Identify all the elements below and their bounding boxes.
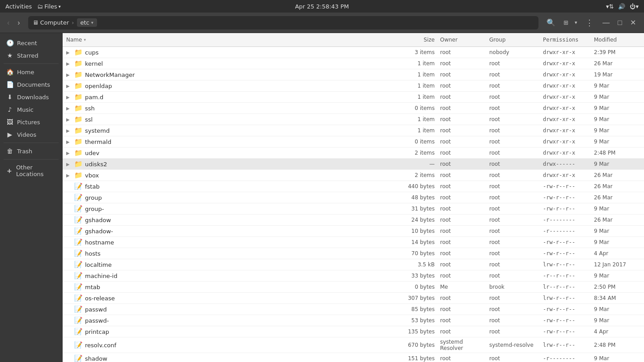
sidebar-separator-1 [4, 63, 59, 64]
file-row[interactable]: ▶ 📝 localtime 3.5 kB root root lrw-r--r-… [63, 259, 644, 270]
sidebar-item-trash[interactable]: 🗑 Trash [0, 145, 62, 157]
file-name: os-release [85, 295, 115, 302]
recent-icon: 🕐 [6, 39, 13, 46]
location-crumb-etc[interactable]: etc ▾ [77, 18, 97, 27]
volume-icon[interactable]: 🔊 [618, 3, 625, 10]
folder-row[interactable]: ▶ 📁 openldap 1 item root root drwxr-xr-x… [63, 80, 644, 92]
sidebar: 🕐 Recent ★ Starred 🏠 Home 📄 Documents ⬇ … [0, 33, 63, 362]
system-tray: ▾⇅ 🔊 ⏻▾ [606, 3, 639, 10]
file-perms: -r-------- [541, 215, 590, 224]
sidebar-item-starred[interactable]: ★ Starred [0, 49, 62, 62]
file-size: 48 bytes [398, 193, 438, 202]
activities-label[interactable]: Activities [5, 3, 32, 10]
folder-row[interactable]: ▶ 📁 thermald 0 items root root drwxr-xr-… [63, 136, 644, 147]
file-row[interactable]: ▶ 📝 gshadow 24 bytes root root -r-------… [63, 215, 644, 226]
folder-owner: root [438, 81, 487, 90]
folder-row[interactable]: ▶ 📁 systemd 1 item root root drwxr-xr-x … [63, 125, 644, 136]
folder-size: 2 items [398, 171, 438, 180]
header-size[interactable]: Size [398, 35, 438, 45]
close-button[interactable]: ✕ [627, 17, 640, 29]
file-size: 14 bytes [398, 238, 438, 247]
expand-arrow: ▶ [66, 95, 72, 100]
file-row[interactable]: ▶ 📝 shadow 151 bytes root root -r-------… [63, 353, 644, 362]
folder-icon: 📁 [74, 59, 82, 67]
forward-button[interactable]: › [15, 17, 22, 28]
header-owner[interactable]: Owner [438, 35, 487, 45]
file-doc-icon: 📝 [74, 341, 82, 349]
folder-name: udisks2 [85, 161, 107, 168]
folder-row[interactable]: ▶ 📁 cups 3 items root nobody drwxr-xr-x … [63, 47, 644, 58]
folder-owner: root [438, 148, 487, 157]
file-row[interactable]: ▶ 📝 fstab 440 bytes root root -rw-r--r--… [63, 181, 644, 192]
file-group: root [487, 215, 541, 224]
back-button[interactable]: ‹ [4, 17, 12, 28]
folder-row[interactable]: ▶ 📁 NetworkManager 1 item root root drwx… [63, 69, 644, 80]
file-row[interactable]: ▶ 📝 passwd 85 bytes root root -rw-r--r--… [63, 304, 644, 315]
file-row[interactable]: ▶ 📝 os-release 307 bytes root root lrw-r… [63, 293, 644, 304]
file-size: 0 bytes [398, 282, 438, 291]
folder-size: 1 item [398, 126, 438, 135]
file-name: hostname [85, 239, 114, 246]
folder-modified: 26 Mar [590, 59, 644, 68]
file-owner: root [438, 227, 487, 236]
location-crumb-computer[interactable]: 🖥 Computer [33, 19, 69, 26]
file-row[interactable]: ▶ 📝 machine-id 33 bytes root root -r--r-… [63, 270, 644, 282]
wifi-icon[interactable]: ▾⇅ [606, 3, 614, 10]
file-row[interactable]: ▶ 📝 hostname 14 bytes root root -rw-r--r… [63, 237, 644, 248]
sidebar-item-home[interactable]: 🏠 Home [0, 66, 62, 78]
file-perms: -r-------- [541, 354, 590, 362]
kebab-menu-button[interactable]: ⋮ [583, 16, 596, 29]
file-row[interactable]: ▶ 📝 resolv.conf 670 bytes systemd Resolv… [63, 337, 644, 353]
minimize-button[interactable]: — [599, 17, 613, 29]
folder-row[interactable]: ▶ 📁 vbox 2 items root root drwxr-xr-x 26… [63, 170, 644, 181]
sidebar-item-music[interactable]: ♪ Music [0, 103, 62, 116]
file-row[interactable]: ▶ 📝 group- 31 bytes root root -rw-r--r--… [63, 203, 644, 215]
folder-rows: ▶ 📁 cups 3 items root nobody drwxr-xr-x … [63, 47, 644, 181]
file-row[interactable]: ▶ 📝 group 48 bytes root root -rw-r--r-- … [63, 192, 644, 203]
maximize-button[interactable]: □ [614, 17, 626, 29]
view-dropdown-button[interactable]: ▾ [572, 18, 580, 27]
file-row[interactable]: ▶ 📝 printcap 135 bytes root root -rw-r--… [63, 326, 644, 337]
header-group[interactable]: Group [487, 35, 541, 45]
folder-owner: root [438, 70, 487, 79]
header-name[interactable]: Name ▾ [63, 35, 398, 45]
file-owner: root [438, 316, 487, 325]
file-row[interactable]: ▶ 📝 hosts 70 bytes root root -rw-r--r-- … [63, 248, 644, 259]
folder-perms: drwxr-xr-x [541, 59, 590, 68]
power-icon[interactable]: ⏻▾ [630, 3, 639, 10]
header-modified[interactable]: Modified [590, 35, 644, 45]
file-row[interactable]: ▶ 📝 gshadow- 10 bytes root root -r------… [63, 226, 644, 237]
folder-row[interactable]: ▶ 📁 pam.d 1 item root root drwxr-xr-x 9 … [63, 92, 644, 103]
path-dropdown-arrow: ▾ [91, 20, 93, 25]
file-doc-icon: 📝 [74, 249, 82, 257]
expand-arrow: ▶ [66, 151, 72, 156]
folder-row[interactable]: ▶ 📁 kernel 1 item root root drwxr-xr-x 2… [63, 58, 644, 69]
sidebar-item-pictures[interactable]: 🖼 Pictures [0, 116, 62, 128]
sidebar-item-recent[interactable]: 🕐 Recent [0, 37, 62, 49]
search-button[interactable]: 🔍 [544, 17, 558, 29]
file-size: 53 bytes [398, 316, 438, 325]
path-separator: › [72, 19, 74, 26]
folder-modified: 9 Mar [590, 137, 644, 146]
sidebar-item-downloads[interactable]: ⬇ Downloads [0, 91, 62, 103]
file-owner: root [438, 182, 487, 191]
folder-name-cell: ▶ 📁 udisks2 [63, 159, 398, 169]
header-permissions[interactable]: Permissions [541, 35, 590, 45]
file-size: 24 bytes [398, 215, 438, 224]
files-menu[interactable]: 🗂 Files ▾ [37, 3, 61, 10]
sidebar-item-other-locations[interactable]: + Other Locations [0, 161, 62, 180]
file-perms: lrw-r--r-- [541, 341, 590, 349]
sidebar-item-documents[interactable]: 📄 Documents [0, 78, 62, 91]
file-name-cell: ▶ 📝 shadow [63, 353, 398, 362]
folder-row[interactable]: ▶ 📁 udev 2 items root root drwxr-xr-x 2:… [63, 147, 644, 159]
folder-row[interactable]: ▶ 📁 ssh 0 items root root drwxr-xr-x 9 M… [63, 103, 644, 114]
folder-row[interactable]: ▶ 📁 ssl 1 item root root drwxr-xr-x 9 Ma… [63, 114, 644, 125]
folder-icon: 📁 [74, 71, 82, 79]
sidebar-item-videos[interactable]: ▶ Videos [0, 128, 62, 141]
file-row[interactable]: ▶ 📝 mtab 0 bytes Me brook lr--r--r-- 2:5… [63, 282, 644, 293]
file-owner: systemd Resolver [438, 337, 487, 353]
folder-row[interactable]: ▶ 📁 udisks2 — root root drwx------ 9 Mar [63, 159, 644, 170]
view-grid-button[interactable]: ⊞ [561, 18, 571, 27]
file-modified: 26 Mar [590, 182, 644, 191]
file-row[interactable]: ▶ 📝 passwd- 53 bytes root root -rw-r--r-… [63, 315, 644, 326]
